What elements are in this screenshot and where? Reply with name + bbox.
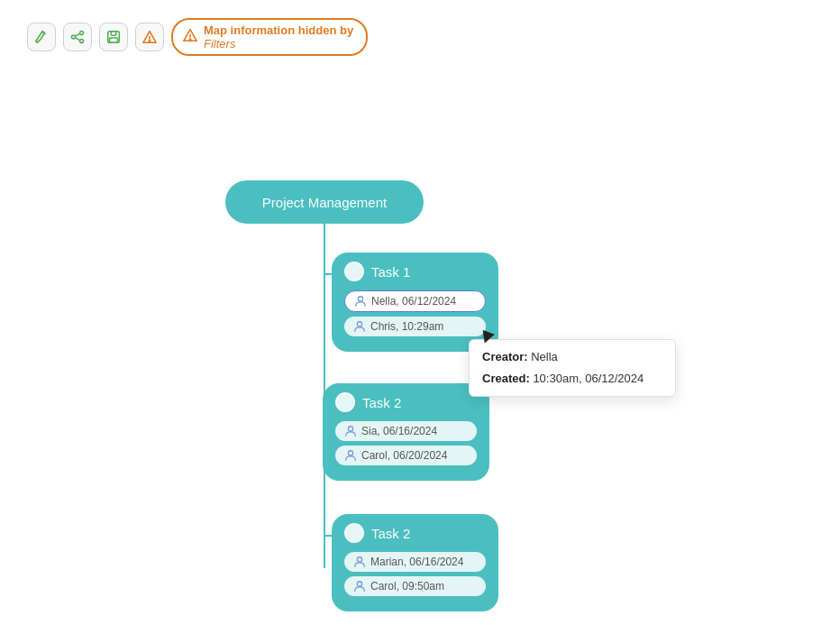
- svg-point-18: [358, 297, 362, 301]
- task2b-row-1[interactable]: Carol, 09:50am: [344, 576, 486, 596]
- task1-row-1[interactable]: Chris, 10:29am: [344, 317, 486, 336]
- task1-circle: [344, 262, 364, 281]
- tooltip-created-value: 10:30am, 06/12/2024: [533, 372, 644, 385]
- root-node[interactable]: Project Management: [225, 180, 424, 224]
- task1-row-0[interactable]: Nella, 06/12/2024: [344, 290, 486, 312]
- person-icon-2b-0: [353, 556, 366, 568]
- svg-point-23: [357, 582, 361, 586]
- mindmap-canvas: Project Management Task 1 Nella, 06/12/2…: [0, 0, 840, 625]
- tooltip-creator-row: Creator: Nella: [482, 349, 662, 365]
- tooltip-created-row: Created: 10:30am, 06/12/2024: [482, 371, 662, 387]
- person-icon-0: [354, 295, 367, 308]
- task2a-circle: [335, 392, 355, 412]
- task2a-row-1[interactable]: Carol, 06/20/2024: [335, 446, 477, 465]
- svg-point-22: [357, 557, 361, 562]
- task2a-card[interactable]: Task 2 Sia, 06/16/2024 Carol, 06/20/2024: [323, 383, 489, 481]
- task2b-card[interactable]: Task 2 Marian, 06/16/2024 Carol, 09:50am: [332, 514, 498, 611]
- task2b-row-0[interactable]: Marian, 06/16/2024: [344, 552, 486, 572]
- person-icon-2a-1: [344, 449, 357, 462]
- svg-point-21: [348, 451, 352, 455]
- task2b-header: Task 2: [344, 523, 486, 543]
- person-icon-2a-0: [344, 425, 357, 437]
- task2a-row-0[interactable]: Sia, 06/16/2024: [335, 421, 477, 441]
- root-node-label: Project Management: [262, 195, 387, 210]
- svg-point-19: [357, 322, 361, 326]
- task1-card[interactable]: Task 1 Nella, 06/12/2024 Chris, 10:29am: [332, 253, 498, 352]
- task2b-circle: [344, 523, 364, 543]
- person-icon-2b-1: [353, 580, 366, 593]
- svg-point-20: [348, 427, 352, 431]
- task1-header: Task 1: [344, 262, 486, 281]
- person-icon-1: [353, 320, 366, 333]
- tooltip-popup: Creator: Nella Created: 10:30am, 06/12/2…: [469, 339, 676, 397]
- task2a-header: Task 2: [335, 392, 477, 412]
- tooltip-creator-value: Nella: [531, 350, 558, 363]
